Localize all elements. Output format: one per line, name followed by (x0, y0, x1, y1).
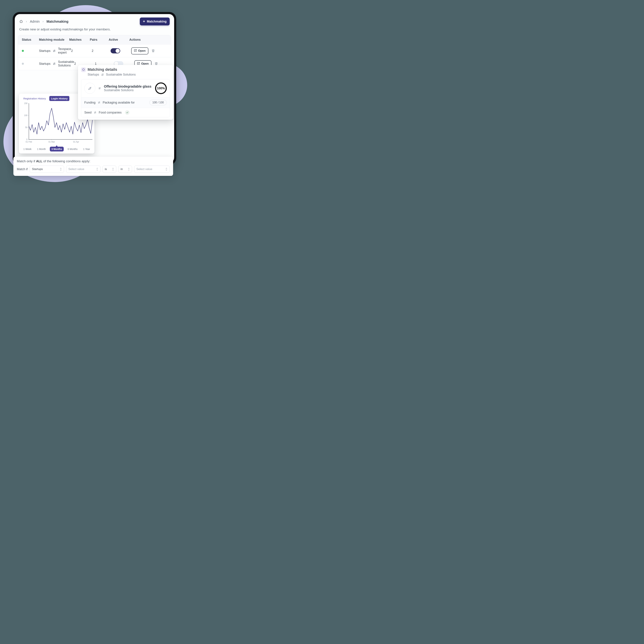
open-button[interactable]: Open (131, 47, 148, 54)
popover-title: Matching details (88, 67, 117, 72)
external-link-icon (134, 49, 137, 53)
active-cell (111, 48, 131, 53)
page-subtitle: Create new or adjust existing matchmakin… (15, 27, 174, 34)
status-cell (22, 49, 39, 53)
range-1m[interactable]: 1 Month (35, 147, 48, 151)
criteria-right: Packaging available for (103, 101, 135, 104)
new-matchmaking-label: Matchmaking (147, 20, 167, 23)
svg-text:150: 150 (24, 102, 27, 105)
select-operator-in-value: in (121, 167, 123, 171)
select-attribute-value: Select value (68, 167, 84, 171)
criteria-left: Funding (84, 101, 95, 104)
th-pairs: Pairs (90, 38, 109, 42)
range-3m[interactable]: 3 Months (50, 147, 64, 151)
svg-text:01 Mar: 01 Mar (48, 141, 55, 143)
status-dot (22, 63, 24, 65)
swap-icon (53, 49, 56, 52)
score-pill: 100 / 100 (149, 100, 167, 105)
status-dot (22, 50, 24, 52)
chevron-updown-icon (128, 168, 130, 171)
match-rules-panel: Match only if ALL of the following condi… (13, 157, 173, 176)
svg-text:0: 0 (26, 138, 27, 141)
svg-text:100: 100 (24, 114, 27, 117)
svg-text:01 Apr: 01 Apr (73, 141, 79, 143)
open-label: Open (138, 49, 145, 53)
module-from: Startups (39, 62, 50, 66)
select-attribute[interactable]: Select value (66, 166, 100, 173)
range-6m[interactable]: 6 Months (66, 147, 79, 151)
select-value[interactable]: Select value (134, 166, 170, 173)
score-ring: 100% (155, 82, 167, 94)
tab-registration-history[interactable]: Registration History (22, 96, 48, 101)
popover-from: Startups (88, 73, 99, 76)
match-if-label: Match if (17, 167, 28, 171)
svg-text:50: 50 (25, 126, 28, 129)
select-entity-value: Startups (32, 167, 43, 171)
new-matchmaking-button[interactable]: + Matchmaking (140, 18, 170, 25)
chevron-updown-icon (96, 168, 98, 171)
active-toggle[interactable] (111, 48, 120, 53)
details-top: Offering biodegradable glass Sustainable… (81, 79, 170, 97)
select-operator-in[interactable]: in (118, 166, 132, 173)
stage: Admin Matchmaking + Matchmaking Create n… (0, 0, 189, 189)
home-icon[interactable] (19, 20, 23, 23)
swap-icon (101, 73, 104, 76)
svg-text:01 Feb: 01 Feb (26, 141, 32, 143)
matches-cell: 2 (71, 49, 92, 53)
chevron-updown-icon (112, 168, 114, 171)
swap-icon (94, 111, 97, 114)
th-active: Active (109, 38, 129, 42)
matching-details-popover: Matching details Startups Sustainable So… (78, 65, 173, 120)
chevron-updown-icon (60, 168, 62, 171)
select-value-value: Select value (136, 167, 152, 171)
criteria-row: Seed Food companies (81, 108, 170, 117)
breadcrumb-admin[interactable]: Admin (30, 20, 40, 24)
rocket-icon (84, 83, 95, 94)
tab-login-history[interactable]: Login History (49, 96, 69, 101)
popover-subtitle: Startups Sustainable Solutions (88, 73, 170, 76)
plus-icon: + (143, 20, 145, 23)
chart-ranges: 1 Week 1 Month 3 Months 6 Months 1 Year (22, 147, 92, 151)
rule-row: Match if Startups Select value is (17, 166, 170, 173)
table-head: Status Matching module Matches Pairs Act… (18, 35, 171, 44)
chevron-updown-icon (165, 168, 167, 171)
criteria-left: Seed (84, 111, 92, 114)
select-operator-is-value: is (105, 167, 107, 171)
swap-icon (53, 62, 56, 65)
module-to: Sustainable Solutions (58, 60, 74, 67)
select-entity[interactable]: Startups (30, 166, 64, 173)
swap-icon (98, 87, 101, 89)
th-status: Status (22, 38, 39, 42)
status-cell (22, 62, 39, 66)
popover-header: Matching details (81, 67, 170, 72)
swap-icon (98, 101, 101, 104)
table-row: Startups Texspace expert 2 2 (18, 44, 171, 57)
module-cell: Startups Texspace expert (39, 47, 71, 54)
module-to: Texspace expert (58, 47, 71, 54)
module-cell: Startups Sustainable Solutions (39, 60, 74, 67)
rules-title: Match only if ALL of the following condi… (17, 159, 170, 163)
range-1w[interactable]: 1 Week (22, 147, 33, 151)
module-from: Startups (39, 49, 50, 53)
criteria-row: Funding Packaging available for 100 / 10… (81, 97, 170, 108)
th-module: Matching module (39, 38, 69, 42)
chevron-right-icon (25, 20, 27, 24)
details-card: Offering biodegradable glass Sustainable… (81, 79, 170, 117)
breadcrumb-current: Matchmaking (47, 20, 69, 24)
pairs-cell: 2 (92, 49, 111, 53)
select-operator-is[interactable]: is (103, 166, 116, 173)
check-icon (125, 110, 129, 115)
offer-title: Offering biodegradable glass (104, 84, 151, 88)
actions-cell: Open (131, 47, 169, 54)
range-1y[interactable]: 1 Year (81, 147, 92, 151)
delete-button[interactable] (151, 48, 156, 53)
th-actions: Actions (129, 38, 167, 42)
criteria-right: Food companies (99, 111, 122, 114)
breadcrumb: Admin Matchmaking (19, 20, 69, 24)
th-matches: Matches (69, 38, 90, 42)
offer-subtitle: Sustainable Solutions (104, 88, 151, 92)
svg-point-0 (90, 87, 91, 88)
page-header: Admin Matchmaking + Matchmaking (15, 14, 174, 27)
chevron-right-icon (42, 20, 44, 24)
puzzle-icon (81, 67, 86, 72)
